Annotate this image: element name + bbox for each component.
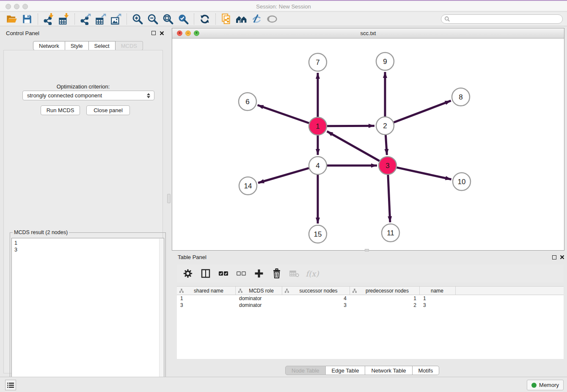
criterion-dropdown[interactable]: strongly connected component (22, 91, 154, 100)
add-column-plus-icon[interactable] (253, 268, 265, 279)
graph-node-label-7: 7 (316, 58, 319, 66)
graph-node-label-9: 9 (383, 58, 387, 66)
cell-successor-nodes[interactable]: 4 (282, 295, 350, 302)
mcds-result-lines: 1 3 (14, 240, 17, 253)
mcds-result-group: MCDS result (2 nodes) 1 3 (10, 232, 166, 392)
search-icon (444, 16, 450, 22)
cell-name[interactable]: 3 (420, 302, 456, 309)
tab-mcds[interactable]: MCDS (116, 41, 143, 50)
graph-edge-3-1[interactable] (327, 131, 380, 161)
import-table-icon[interactable] (56, 13, 72, 25)
graph-edge-2-8[interactable] (394, 101, 451, 122)
memory-status-icon (531, 383, 537, 388)
application-window: Session: New Session (0, 0, 567, 392)
delete-column-trash-icon[interactable] (271, 268, 283, 279)
tab-network[interactable]: Network (33, 41, 65, 50)
graph-node-label-4: 4 (316, 162, 319, 170)
search-box[interactable] (441, 14, 563, 24)
open-session-icon[interactable] (4, 13, 19, 25)
mcds-tab-content: Optimization criterion: strongly connect… (3, 50, 163, 373)
import-network-icon[interactable] (41, 13, 56, 25)
cell-name[interactable]: 1 (420, 295, 456, 302)
memory-label: Memory (539, 382, 559, 388)
graph-node-label-6: 6 (245, 98, 249, 106)
export-network-icon[interactable] (78, 13, 93, 25)
column-header-name[interactable]: name (420, 287, 456, 295)
cell-predecessor-nodes[interactable]: 2 (350, 302, 420, 309)
function-builder-icon-disabled: f(x) (306, 268, 318, 279)
result-scrollbar[interactable] (159, 239, 163, 391)
control-panel: Control Panel Network Style Select MCDS … (0, 26, 166, 377)
export-table-icon[interactable] (93, 13, 108, 25)
new-network-from-selection-icon[interactable] (219, 13, 234, 25)
column-header-shared-name[interactable]: shared name (177, 287, 236, 295)
close-panel-icon[interactable] (160, 31, 165, 36)
zoom-fit-icon[interactable] (160, 13, 176, 25)
refresh-icon[interactable] (197, 13, 212, 25)
network-divider-handle[interactable] (365, 249, 369, 251)
float-table-panel-icon[interactable] (552, 255, 556, 259)
network-window-titlebar[interactable]: × − + scc.txt (172, 28, 564, 39)
dropdown-stepper-icon (145, 93, 152, 98)
run-mcds-button[interactable]: Run MCDS (41, 105, 80, 115)
criterion-dropdown-value: strongly connected component (23, 92, 145, 99)
tab-edge-table[interactable]: Edge Table (326, 366, 366, 375)
network-graph[interactable]: 7968124314101511 (172, 38, 564, 250)
close-panel-button[interactable]: Close panel (86, 105, 130, 115)
show-columns-icon[interactable] (200, 268, 212, 279)
tab-select[interactable]: Select (89, 41, 116, 50)
node-table: shared name MCDS role successor nodes pr… (177, 286, 564, 359)
graph-edge-3-10[interactable] (396, 168, 451, 179)
graph-node-label-8: 8 (459, 93, 462, 101)
tab-motifs[interactable]: Motifs (413, 366, 440, 375)
table-tabbar: Node Table Edge Table Network Table Moti… (285, 366, 439, 375)
mcds-result-textarea[interactable]: 1 3 (11, 238, 164, 392)
table-toolbar: f(x) (177, 265, 564, 282)
panel-divider-handle[interactable] (167, 194, 171, 203)
column-type-icon (179, 289, 184, 293)
tab-style[interactable]: Style (65, 41, 89, 50)
toolbar-separator (215, 14, 216, 25)
mcds-result-line: 1 (14, 240, 17, 246)
graph-edge-1-6[interactable] (258, 105, 309, 123)
search-input[interactable] (452, 16, 559, 22)
control-panel-title: Control Panel (6, 30, 39, 36)
select-all-icon[interactable] (217, 268, 229, 279)
cell-predecessor-nodes[interactable]: 1 (350, 295, 420, 302)
zoom-in-icon[interactable] (130, 13, 145, 25)
cell-shared-name[interactable]: 3 (177, 302, 236, 309)
main-toolbar (0, 12, 567, 26)
zoom-out-icon[interactable] (145, 13, 160, 25)
cell-shared-name[interactable]: 1 (177, 295, 236, 302)
unselect-all-icon[interactable] (235, 268, 247, 279)
memory-button[interactable]: Memory (527, 380, 564, 390)
cell-mcds-role[interactable]: dominator (236, 302, 282, 309)
graph-edge-4-14[interactable] (258, 168, 309, 183)
graph-node-label-11: 11 (387, 229, 394, 237)
table-settings-gear-icon[interactable] (182, 268, 194, 279)
column-header-mcds-role[interactable]: MCDS role (236, 287, 282, 295)
task-history-button[interactable] (5, 380, 16, 390)
zoom-selected-icon[interactable] (176, 13, 191, 25)
export-image-icon[interactable] (108, 13, 124, 25)
cell-successor-nodes[interactable]: 3 (282, 302, 350, 309)
close-table-panel-icon[interactable] (560, 255, 565, 260)
table-row[interactable]: 3 dominator 3 2 3 (177, 302, 564, 309)
tab-node-table[interactable]: Node Table (285, 366, 326, 375)
graph-edge-2-3[interactable] (385, 135, 387, 155)
titlebar: Session: New Session (0, 0, 567, 11)
graph-edge-1-2[interactable] (327, 126, 374, 126)
network-view-window: × − + scc.txt 7968124314101511 (172, 28, 564, 251)
graph-edge-3-11[interactable] (388, 175, 390, 222)
column-header-predecessor-nodes[interactable]: predecessor nodes (350, 287, 420, 295)
network-overview-houses-icon[interactable] (234, 13, 249, 25)
hide-selected-icon[interactable] (249, 13, 264, 25)
save-session-icon[interactable] (19, 13, 35, 25)
tab-network-table[interactable]: Network Table (365, 366, 412, 375)
table-row[interactable]: 1 dominator 4 1 1 (177, 295, 564, 302)
table-header-row: shared name MCDS role successor nodes pr… (177, 287, 564, 295)
toolbar-separator (194, 14, 194, 25)
column-header-successor-nodes[interactable]: successor nodes (282, 287, 350, 295)
cell-mcds-role[interactable]: dominator (236, 295, 282, 302)
float-panel-icon[interactable] (151, 31, 156, 35)
